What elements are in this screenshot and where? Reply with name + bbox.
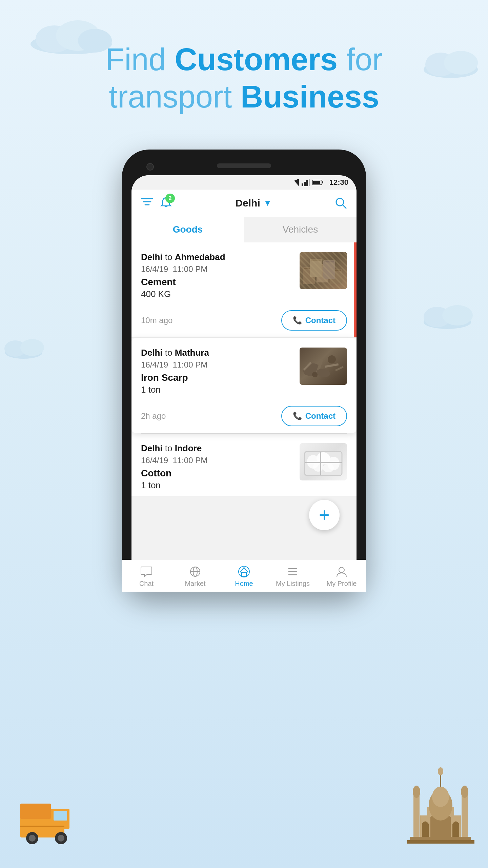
listing-card-1: Delhi to Mathura 16/4/19 11:00 PM Iron S…: [131, 338, 357, 433]
bottom-navigation: Chat Market Home: [131, 560, 357, 582]
svg-point-89: [339, 567, 344, 573]
svg-rect-32: [413, 793, 420, 837]
listing-footer-1: 2h ago 📞 Contact: [141, 400, 347, 433]
nav-item-market[interactable]: Market: [171, 566, 220, 582]
fab-area: [131, 496, 357, 537]
tab-vehicles[interactable]: Vehicles: [244, 217, 357, 242]
nav-item-chat[interactable]: Chat: [131, 566, 171, 582]
svg-rect-45: [313, 181, 320, 184]
svg-point-29: [432, 787, 449, 807]
hero-line1: Find Customers for: [105, 42, 383, 77]
tab-goods[interactable]: Goods: [131, 217, 244, 242]
signal-icon: [302, 179, 310, 186]
app-header: 2 Delhi ▼: [131, 190, 357, 217]
hero-line2: transport Business: [109, 79, 379, 114]
listing-weight-1: 1 ton: [141, 384, 347, 395]
listing-footer-0: 10m ago 📞 Contact: [141, 305, 347, 337]
listing-weight-2: 1 ton: [141, 480, 347, 491]
market-nav-icon: [189, 566, 201, 578]
svg-point-31: [438, 767, 443, 775]
nav-item-home[interactable]: Home: [220, 566, 268, 582]
svg-rect-44: [322, 181, 323, 183]
svg-rect-53: [317, 264, 328, 282]
phone-camera: [146, 163, 154, 171]
nav-label-home: Home: [235, 580, 253, 582]
contact-button-0[interactable]: 📞 Contact: [281, 310, 347, 331]
svg-line-50: [343, 205, 346, 208]
svg-rect-58: [311, 259, 321, 261]
svg-point-74: [313, 462, 323, 472]
svg-rect-42: [309, 179, 310, 186]
header-left: 2: [141, 196, 172, 210]
svg-rect-16: [54, 811, 67, 821]
listings-nav-icon: [287, 566, 299, 578]
svg-rect-59: [323, 260, 335, 279]
svg-rect-51: [303, 267, 315, 284]
phone-outer: 12:30: [122, 150, 366, 592]
svg-point-64: [328, 355, 336, 363]
nav-label-profile: My Profile: [327, 580, 357, 582]
svg-rect-21: [20, 826, 64, 827]
phone-mockup: 12:30: [0, 150, 488, 592]
nav-label-market: Market: [185, 580, 205, 582]
notification-button[interactable]: 2: [160, 196, 172, 210]
svg-rect-41: [306, 180, 308, 186]
filter-icon[interactable]: [141, 196, 153, 210]
svg-point-20: [58, 835, 64, 842]
listing-image-2: [300, 443, 347, 480]
listing-weight-0: 400 KG: [141, 289, 347, 299]
location-label: Delhi: [235, 197, 260, 209]
svg-rect-14: [20, 804, 51, 819]
svg-rect-67: [335, 366, 344, 371]
search-icon[interactable]: [335, 197, 347, 209]
cotton-image: [300, 443, 347, 480]
svg-rect-63: [325, 363, 339, 368]
nav-item-profile[interactable]: My Profile: [317, 566, 357, 582]
svg-rect-77: [320, 452, 321, 475]
svg-rect-39: [302, 183, 303, 186]
chat-nav-icon: [140, 566, 152, 578]
listing-card-0: Delhi to Ahmedabad 16/4/19 11:00 PM Ceme…: [131, 242, 357, 338]
phone-speaker: [217, 163, 271, 168]
status-time: 12:30: [329, 178, 348, 187]
status-icons: [289, 179, 323, 186]
listing-card-2: Delhi to Indore 16/4/19 11:00 PM Cotton …: [131, 434, 357, 496]
phone-icon-0: 📞: [293, 316, 302, 325]
svg-rect-37: [407, 840, 474, 844]
svg-marker-38: [294, 179, 299, 186]
fab-add-button[interactable]: [309, 500, 340, 530]
truck-decoration: [14, 793, 81, 848]
nav-label-chat: Chat: [139, 580, 154, 582]
plus-icon: [318, 508, 331, 522]
dropdown-arrow-icon: ▼: [264, 198, 272, 208]
listing-image-0: [300, 252, 347, 289]
svg-rect-34: [462, 793, 468, 837]
svg-point-75: [323, 463, 334, 472]
svg-point-35: [461, 786, 468, 798]
home-nav-icon: [238, 566, 250, 578]
scrap-image: [300, 348, 347, 385]
nav-label-listings: My Listings: [276, 580, 310, 582]
notification-badge: 2: [165, 194, 175, 203]
svg-rect-57: [310, 259, 322, 277]
svg-point-18: [29, 835, 36, 842]
building-decoration: [407, 753, 474, 848]
battery-icon: [312, 179, 323, 185]
phone-icon-1: 📞: [293, 412, 302, 420]
goods-vehicles-tabs: Goods Vehicles: [131, 217, 357, 242]
time-ago-0: 10m ago: [141, 316, 172, 325]
profile-nav-icon: [336, 566, 348, 578]
status-bar: 12:30: [131, 175, 357, 190]
svg-rect-76: [305, 462, 342, 463]
svg-point-33: [413, 786, 420, 798]
hero-title: Find Customers for transport Business: [0, 41, 488, 116]
location-selector[interactable]: Delhi ▼: [235, 197, 271, 209]
svg-rect-40: [304, 182, 306, 186]
listing-image-1: [300, 348, 347, 385]
svg-rect-85: [242, 572, 246, 576]
svg-rect-52: [304, 268, 314, 269]
svg-rect-54: [318, 264, 327, 266]
phone-notch: [131, 159, 357, 173]
nav-item-listings[interactable]: My Listings: [268, 566, 317, 582]
contact-button-1[interactable]: 📞 Contact: [281, 406, 347, 426]
